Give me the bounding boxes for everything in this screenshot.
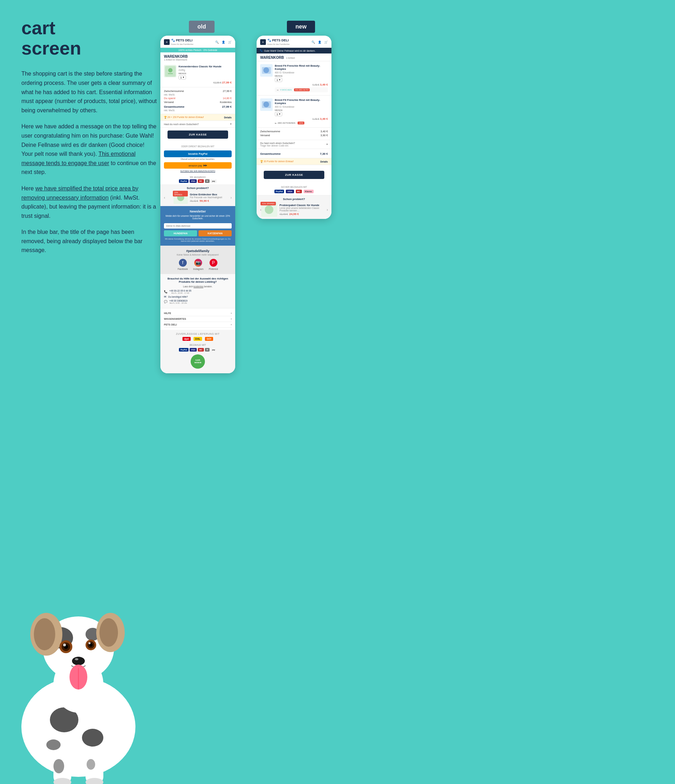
old-footer-section: HILFE › WISSENSWERTES › PETS DELI › xyxy=(160,308,235,330)
coupon-chevron[interactable]: ▾ xyxy=(230,123,232,126)
left-section: cart screen The shopping cart is the ste… xyxy=(22,18,157,262)
old-help-section: Brauchst du Hilfe bei der Auswahl des ri… xyxy=(160,274,235,308)
old-summary-total: Gesamtsumme 27,99 € xyxy=(164,105,232,108)
svg-point-16 xyxy=(47,739,61,750)
new-phone-header: ≡ 🐾 PETS DELIGutes für das Familientier … xyxy=(257,36,331,48)
old-schon-section: Schon probiert? ‹ 15% SPAREN Grüne Entde… xyxy=(160,184,235,206)
old-schon-prices: 70,42 € 59,99 € xyxy=(190,199,222,202)
old-nl-cat-btn[interactable]: KATZENFAN xyxy=(199,230,232,236)
old-phone-hours: Mo-Fr, 10:00 - 17:00 xyxy=(169,292,191,294)
old-help-email[interactable]: ✉ Du benötigst Hilfe? xyxy=(164,295,232,299)
old-schon-old-price: 70,42 € xyxy=(190,200,198,202)
svg-point-26 xyxy=(62,642,70,651)
new-carousel-next[interactable]: › xyxy=(327,208,328,212)
old-item-details: Kennenlernbox Classic für Hunde 2165g ME… xyxy=(178,65,232,84)
new-schon-details: Probierpaket Classic für Hunde Lerne jet… xyxy=(279,204,326,216)
new-item-2-qty[interactable]: 1 ▾ xyxy=(275,112,282,116)
new-schon-title: Schon probiert? xyxy=(260,198,328,201)
old-schon-new-price: 59,99 € xyxy=(200,199,209,202)
old-nl-dog-btn[interactable]: HUNDEFAN xyxy=(164,230,197,236)
new-item-1-details: Breed Fit Frenchie Rind mit Beauty-Kompl… xyxy=(275,64,328,92)
old-instagram-label: Instagram xyxy=(193,268,203,270)
old-help-phone[interactable]: 📞 +49 30-22 05 6 44 05 Mo-Fr, 10:00 - 17… xyxy=(164,289,232,294)
old-schon-name: Grüne Entdecker Box xyxy=(190,193,222,196)
new-points-bar: 🏆 30 Punkte für deinen Einkauf Details xyxy=(257,158,331,165)
old-amazon-btn[interactable]: amazon pay ▶▶ xyxy=(164,162,232,169)
old-footer-wissenswertes[interactable]: WISSENSWERTES › xyxy=(164,316,232,322)
new-item-1-old-price: 4,49 € xyxy=(312,83,319,86)
account-icon[interactable]: 👤 xyxy=(222,40,225,44)
svg-point-20 xyxy=(85,628,100,641)
new-item-2-new-price: 3,49 € xyxy=(320,117,328,120)
cart-icon[interactable]: 🛒 xyxy=(228,40,232,44)
new-points-details[interactable]: Details xyxy=(320,160,328,163)
old-nl-sub: Melde dich für unseren Newsletter an und… xyxy=(164,215,232,219)
old-points-bar: 🏆 28 + 150 Punkte für deinen Einkauf Det… xyxy=(160,114,235,121)
old-summary-versand: Versand Kostenlos xyxy=(164,101,232,104)
new-item-2-details: Breed Fit Frenchie Rind mit Beauty-Kompl… xyxy=(275,98,328,124)
new-cart-title: WARENKORB xyxy=(260,56,284,59)
new-item-1-qty[interactable]: 1 ▾ xyxy=(275,78,282,82)
old-cart-item: Kennenlernbox Classic für Hunde 2165g ME… xyxy=(160,62,235,87)
old-checkout-btn[interactable]: ZUR KASSE xyxy=(168,131,228,139)
new-item-2-image xyxy=(260,98,273,111)
old-instagram-item[interactable]: 📷 Instagram xyxy=(193,259,203,270)
old-pinterest-item[interactable]: P Pinterest xyxy=(209,259,218,270)
old-amazon-link[interactable]: NUTZEN SIE IHR AMAZON-KONTO xyxy=(160,170,235,172)
svg-point-19 xyxy=(48,627,73,649)
new-schon-prices: 42,49 € 24,99 € xyxy=(279,213,326,216)
old-footer-hilfe[interactable]: HILFE › xyxy=(164,311,232,316)
old-oder-section: ODER DIREKT BEZAHLEN MIT xyxy=(160,144,235,149)
old-paypal-btn[interactable]: bezahle PayPal xyxy=(164,151,232,157)
new-item-1-abo-badge: 5% ABO AKTIV xyxy=(294,89,310,91)
svg-point-32 xyxy=(88,642,90,644)
old-footer-petsdeli[interactable]: PETS DELI › xyxy=(164,322,232,328)
new-coupon-section[interactable]: Du hast noch einen Gutschein? Trage hier… xyxy=(257,140,331,149)
old-facebook-label: Facebook xyxy=(177,268,188,270)
old-carousel-next[interactable]: › xyxy=(231,196,232,200)
old-facebook-item[interactable]: f Facebook xyxy=(177,259,188,270)
new-cart-count: 2 Artikel xyxy=(286,57,295,59)
new-total-row: Gesamtsumme 7,30 € xyxy=(260,152,328,156)
old-whatsapp-number: +49 30 33083819 xyxy=(169,299,188,302)
description-para-2: Here we have added a message on the top … xyxy=(22,122,157,177)
old-bezahle-icons: PayPal VISA MC ≋ pay xyxy=(164,348,232,352)
description-para-4: In the blue bar, the title of the page h… xyxy=(22,227,157,255)
new-search-icon[interactable]: 🔍 xyxy=(312,40,315,44)
svg-point-28 xyxy=(63,644,66,646)
new-summary-section: Zwischensumme 3,40 € Versand 3,90 € xyxy=(257,128,331,140)
svg-point-33 xyxy=(72,657,85,665)
old-item-weight: 2165g xyxy=(178,69,232,71)
search-icon[interactable]: 🔍 xyxy=(215,40,219,44)
scissors-icon: ✂ xyxy=(277,89,279,91)
svg-point-25 xyxy=(59,640,72,653)
old-whatsapp-hours: Mo-Fr, 9:00 - 18 Uhr xyxy=(169,302,188,304)
old-item-new-price: 27,99 € xyxy=(222,81,232,84)
old-item-name: Kennenlernbox Classic für Hunde xyxy=(178,65,232,68)
new-account-icon[interactable]: 👤 xyxy=(318,40,321,44)
new-item-2-old-price: 4,49 € xyxy=(312,118,319,120)
old-item-qty[interactable]: 1 ▾ xyxy=(178,75,186,79)
new-coupon-sub: Trage hier deinen Code ein: xyxy=(260,145,295,147)
old-carousel-prev[interactable]: ‹ xyxy=(164,196,165,200)
old-wir-akzeptieren: Wir akzeptieren PayPal VISA MC ≋ pay xyxy=(160,174,235,184)
old-total-sub: inkl. MwSt. xyxy=(164,109,232,112)
old-newsletter-section: Newsletter Melde dich für unseren Newsle… xyxy=(160,206,235,246)
old-footer-mc: MC xyxy=(198,348,204,352)
old-footer-maestro: ≋ xyxy=(205,348,209,352)
new-item-2-abo-activate[interactable]: ✂ ABO AKTIVIEREN -20% xyxy=(275,121,328,124)
old-phone-number: +49 30-22 05 6 44 05 xyxy=(169,289,191,292)
new-phone-mockup: ≡ 🐾 PETS DELIGutes für das Familientier … xyxy=(257,36,331,219)
old-nl-input[interactable] xyxy=(164,223,232,229)
old-pinterest-label: Pinterest xyxy=(209,268,218,270)
old-bezahle-title: BEZAHLE MIT xyxy=(164,344,232,346)
new-payment-label: SICHER BEZAHLEN MIT xyxy=(260,186,328,188)
new-item-1-new-price: 3,49 € xyxy=(320,83,328,86)
old-points-details[interactable]: Details xyxy=(224,116,232,119)
old-nl-title: Newsletter xyxy=(164,210,232,213)
new-checkout-btn[interactable]: ZUR KASSE xyxy=(264,171,324,179)
new-cart-icon[interactable]: 🛒 xyxy=(324,40,328,44)
old-help-whatsapp[interactable]: 💬 +49 30 33083819 Mo-Fr, 9:00 - 18 Uhr xyxy=(164,299,232,304)
go-logo: GO! xyxy=(205,337,213,341)
page-title: cart screen xyxy=(22,18,157,59)
